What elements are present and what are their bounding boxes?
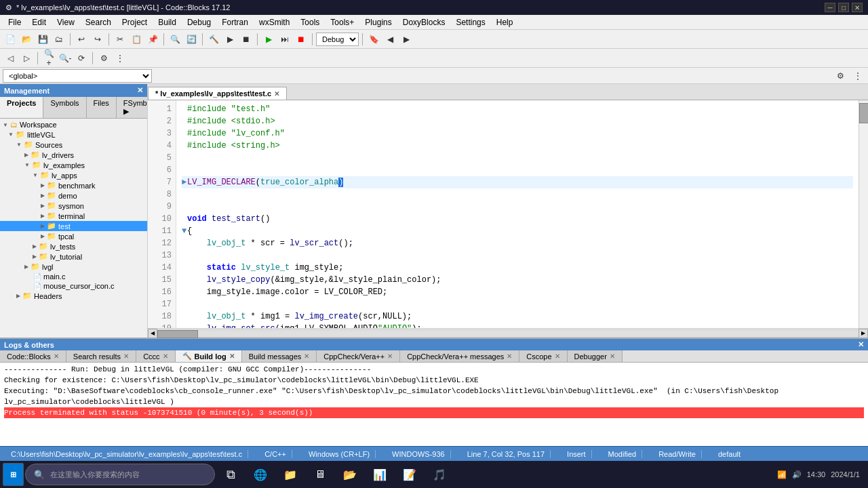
- tree-tpcal[interactable]: ▶ 📁 tpcal: [0, 231, 147, 241]
- save-all-button[interactable]: 🗂: [52, 32, 66, 47]
- menu-view[interactable]: View: [52, 16, 80, 28]
- tree-lv-tests[interactable]: ▶ 📁 lv_tests: [0, 241, 147, 251]
- tree-test[interactable]: ▶ 📁 test: [0, 221, 147, 231]
- cut-button[interactable]: ✂: [113, 32, 127, 47]
- taskbar-app-explorer[interactable]: 📁: [276, 463, 304, 486]
- zoom-in-button[interactable]: 🔍+: [41, 51, 56, 66]
- tree-sysmon[interactable]: ▶ 📁 sysmon: [0, 201, 147, 211]
- taskbar-app-music[interactable]: 🎵: [425, 463, 454, 486]
- horizontal-scrollbar[interactable]: ◀ ▶: [148, 328, 868, 338]
- minimize-button[interactable]: ─: [825, 3, 835, 12]
- bottom-tab-cscope[interactable]: Cscope ✕: [519, 350, 567, 362]
- open-button[interactable]: 📂: [19, 32, 34, 47]
- close-button[interactable]: ✕: [852, 3, 863, 12]
- maximize-button[interactable]: □: [838, 3, 849, 12]
- new-button[interactable]: 📄: [3, 32, 18, 47]
- taskbar-app-powershell[interactable]: 🖥: [306, 463, 334, 486]
- bottom-tab-cccc[interactable]: Cccc ✕: [136, 350, 175, 362]
- tree-workspace[interactable]: ▼ 🗂 Workspace: [0, 120, 147, 129]
- start-button[interactable]: ⊞: [3, 463, 24, 486]
- scroll-left-arrow[interactable]: ◀: [148, 329, 157, 338]
- bottom-tab-codeblocks[interactable]: Code::Blocks ✕: [0, 350, 66, 362]
- editor-tab-test-c[interactable]: * lv_examples\lv_apps\test\test.c ✕: [148, 87, 287, 100]
- tree-lvgl[interactable]: ▶ 📁 lvgl: [0, 262, 147, 272]
- menu-tools-plus[interactable]: Tools+: [325, 16, 359, 28]
- scroll-horiz-thumb[interactable]: [157, 330, 198, 338]
- back-button[interactable]: ◁: [3, 51, 18, 66]
- menu-file[interactable]: File: [3, 16, 26, 28]
- paste-button[interactable]: 📌: [145, 32, 160, 47]
- management-close-icon[interactable]: ✕: [137, 86, 143, 95]
- bookmark-button[interactable]: 🔖: [366, 32, 381, 47]
- tree-main-c[interactable]: 📄 main.c: [0, 272, 147, 281]
- taskview-button[interactable]: ⧉: [216, 463, 245, 486]
- tree-mouse-cursor[interactable]: 📄 mouse_cursor_icon.c: [0, 281, 147, 291]
- menu-help[interactable]: Help: [491, 16, 519, 28]
- tab-fsymb[interactable]: FSymb ▶: [117, 97, 148, 118]
- run-button[interactable]: ▶: [222, 32, 237, 47]
- debug-step-button[interactable]: ⏭: [277, 32, 292, 47]
- menu-tools[interactable]: Tools: [295, 16, 325, 28]
- settings-button[interactable]: ⚙: [96, 51, 111, 66]
- replace-button[interactable]: 🔄: [184, 32, 199, 47]
- bottom-tab-buildlog-close[interactable]: ✕: [229, 352, 235, 360]
- scroll-right-arrow[interactable]: ▶: [859, 329, 868, 338]
- scroll-track[interactable]: [157, 329, 859, 338]
- global-extra-button[interactable]: ⋮: [850, 68, 865, 83]
- debug-run-button[interactable]: ▶: [261, 32, 276, 47]
- bottom-tab-cppcheck[interactable]: CppCheck/Vera++ ✕: [317, 350, 400, 362]
- bottom-tab-debugger-close[interactable]: ✕: [610, 352, 615, 360]
- taskbar-app-chrome[interactable]: 🌐: [246, 463, 275, 486]
- zoom-out-button[interactable]: 🔍-: [58, 51, 73, 66]
- bottom-tab-cscope-close[interactable]: ✕: [555, 352, 560, 360]
- bottom-tab-cppcheck-msg-close[interactable]: ✕: [507, 352, 512, 360]
- code-content[interactable]: #include "test.h" #include <stdio.h> #in…: [176, 100, 859, 328]
- bottom-tab-buildlog[interactable]: 🔨 Build log ✕: [176, 350, 242, 362]
- bottom-tab-cccc-close[interactable]: ✕: [163, 352, 168, 360]
- taskbar-app-files[interactable]: 📂: [336, 463, 364, 486]
- next-bookmark-button[interactable]: ▶: [399, 32, 414, 47]
- taskbar-app-ppt[interactable]: 📊: [366, 463, 394, 486]
- scroll-thumb[interactable]: [859, 103, 868, 123]
- prev-bookmark-button[interactable]: ◀: [382, 32, 397, 47]
- taskbar-search[interactable]: 🔍 在这里输入你要搜索的内容: [25, 464, 215, 485]
- editor-scrollbar[interactable]: [859, 100, 868, 328]
- tree-terminal[interactable]: ▶ 📁 terminal: [0, 211, 147, 221]
- taskbar-app-word[interactable]: 📝: [395, 463, 424, 486]
- tree-headers[interactable]: ▶ 📁 Headers: [0, 291, 147, 301]
- editor-tab-close-icon[interactable]: ✕: [274, 90, 279, 98]
- save-button[interactable]: 💾: [35, 32, 50, 47]
- copy-button[interactable]: 📋: [129, 32, 144, 47]
- menu-build[interactable]: Build: [153, 16, 182, 28]
- menu-wxsmith[interactable]: wxSmith: [254, 16, 295, 28]
- undo-button[interactable]: ↩: [74, 32, 89, 47]
- menu-search[interactable]: Search: [80, 16, 117, 28]
- global-scope-dropdown[interactable]: <global>: [3, 69, 152, 83]
- bottom-tab-debugger[interactable]: Debugger ✕: [568, 350, 623, 362]
- menu-plugins[interactable]: Plugins: [359, 16, 397, 28]
- bottom-tab-codeblocks-close[interactable]: ✕: [54, 352, 59, 360]
- build-button[interactable]: 🔨: [206, 32, 221, 47]
- tree-benchmark[interactable]: ▶ 📁 benchmark: [0, 180, 147, 190]
- tree-littlevgl[interactable]: ▼ 📁 littleVGL: [0, 129, 147, 140]
- redo-button[interactable]: ↪: [90, 32, 105, 47]
- bottom-tab-cppcheck-close[interactable]: ✕: [387, 352, 393, 360]
- tab-files[interactable]: Files: [87, 97, 117, 118]
- tree-lv-examples[interactable]: ▼ 📁 lv_examples: [0, 160, 147, 170]
- global-nav-button[interactable]: ⚙: [833, 68, 848, 83]
- bottom-tab-buildmsg[interactable]: Build messages ✕: [242, 350, 317, 362]
- bottom-tab-cppcheck-msg[interactable]: CppCheck/Vera++ messages ✕: [400, 350, 519, 362]
- tab-symbols[interactable]: Symbols: [43, 97, 86, 118]
- tree-lv-apps[interactable]: ▼ 📁 lv_apps: [0, 170, 147, 180]
- forward-button[interactable]: ▷: [19, 51, 34, 66]
- menu-doxyblocks[interactable]: DoxyBlocks: [397, 16, 451, 28]
- refresh-button[interactable]: ⟳: [74, 51, 89, 66]
- extra-button[interactable]: ⋮: [113, 51, 127, 66]
- bottom-tab-search-close[interactable]: ✕: [123, 352, 129, 360]
- tree-sources[interactable]: ▼ 📁 Sources: [0, 140, 147, 150]
- bottom-tab-buildmsg-close[interactable]: ✕: [304, 352, 309, 360]
- tree-demo[interactable]: ▶ 📁 demo: [0, 190, 147, 201]
- menu-edit[interactable]: Edit: [26, 16, 52, 28]
- logs-close-icon[interactable]: ✕: [858, 340, 864, 349]
- code-editor[interactable]: 1 2 3 4 5 6 7 8 9 10 11 12 13 14 15 16 1…: [148, 100, 868, 328]
